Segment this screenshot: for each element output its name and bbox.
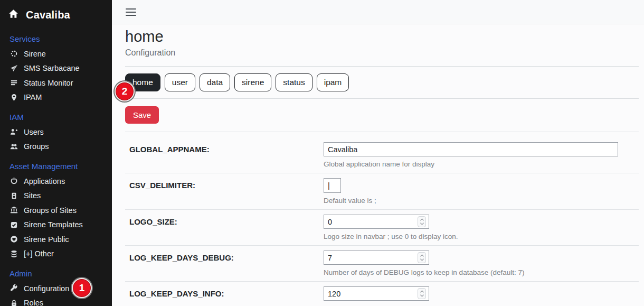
divider	[125, 66, 639, 67]
field-help: Global application name for display	[324, 160, 639, 168]
users-icon	[10, 142, 18, 151]
log-keep-days-info-stepper[interactable]	[324, 286, 429, 301]
sidebar-item-label: Sirene Public	[24, 235, 69, 244]
field-label: GLOBAL_APPNAME:	[129, 142, 324, 154]
badge-icon	[10, 191, 18, 200]
sidebar-item-label: IPAM	[24, 93, 42, 101]
wrench-icon	[10, 284, 18, 293]
home-icon	[8, 9, 18, 21]
spinner-buttons[interactable]	[418, 216, 426, 227]
log-keep-days-info-input[interactable]	[324, 290, 418, 298]
paper-plane-icon	[10, 64, 18, 72]
location-pin-icon	[10, 93, 18, 101]
form-row-log-keep-days-info: LOG_KEEP_DAYS_INFO: Number of days of IN…	[125, 281, 639, 306]
sidebar-item-label: Status Monitor	[24, 79, 73, 87]
tab-user[interactable]: user	[165, 73, 195, 91]
sidebar-item-sites[interactable]: Sites	[10, 189, 108, 203]
tab-status[interactable]: status	[276, 73, 312, 91]
config-form: GLOBAL_APPNAME: Global application name …	[125, 132, 639, 306]
sidebar-item-sirene[interactable]: Sirene	[10, 47, 108, 61]
sidebar-item-label: Users	[24, 128, 44, 136]
lock-icon	[10, 299, 18, 306]
log-keep-days-debug-stepper[interactable]	[324, 251, 429, 265]
sidebar-item-configuration[interactable]: Configuration	[10, 281, 108, 296]
section-header-asset-management: Asset Management	[10, 162, 108, 171]
form-row-csv-delimiter: CSV_DELIMITER: Default value is ;	[125, 173, 639, 209]
sidebar-item-sms-sarbacane[interactable]: SMS Sarbacane	[10, 61, 108, 76]
sidebar-item-status-monitor[interactable]: Status Monitor	[10, 76, 108, 90]
sidebar-item-label: Groups of Sites	[24, 206, 77, 215]
sidebar: Cavaliba Services Sirene SMS Sarbacane S…	[0, 0, 112, 306]
sidebar-item-applications[interactable]: Applications	[10, 174, 108, 189]
sidebar-item-label: Configuration	[24, 284, 69, 293]
database-icon	[10, 249, 18, 258]
sidebar-item-roles[interactable]: Roles	[10, 296, 108, 306]
sidebar-item-ipam[interactable]: IPAM	[10, 90, 108, 105]
csv-delimiter-input[interactable]	[324, 178, 341, 193]
annotation-marker-2: 2	[115, 81, 135, 101]
field-label: CSV_DELIMITER:	[129, 178, 324, 190]
sidebar-item-label: Sirene	[24, 50, 46, 58]
field-help: Default value is ;	[324, 197, 639, 205]
sidebar-item-label: Sirene Templates	[24, 220, 83, 229]
tab-data[interactable]: data	[200, 73, 230, 91]
gear-icon	[10, 50, 18, 58]
save-button[interactable]: Save	[125, 106, 159, 124]
spinner-buttons[interactable]	[418, 252, 426, 263]
main-area: home Configuration home user data sirene…	[112, 0, 644, 306]
sidebar-nav: Services Sirene SMS Sarbacane Status Mon…	[0, 34, 112, 306]
tab-bar: home user data sirene status ipam	[125, 73, 639, 91]
sidebar-item-label: SMS Sarbacane	[24, 64, 80, 72]
log-keep-days-debug-input[interactable]	[324, 254, 418, 262]
field-label: LOG_KEEP_DAYS_DEBUG:	[129, 251, 324, 262]
sidebar-item-label: Groups	[24, 142, 49, 151]
brand-name: Cavaliba	[26, 9, 70, 21]
page-subtitle: Configuration	[125, 48, 639, 58]
logo-size-input[interactable]	[324, 218, 418, 226]
tab-sirene[interactable]: sirene	[234, 73, 271, 91]
sidebar-item-label: Roles	[24, 299, 43, 306]
menu-toggle-icon[interactable]	[126, 7, 136, 17]
sidebar-item-groups-of-sites[interactable]: Groups of Sites	[10, 203, 108, 218]
sidebar-item-groups[interactable]: Groups	[10, 140, 108, 154]
field-label: LOGO_SIZE:	[129, 215, 324, 226]
topbar	[112, 0, 644, 24]
annotation-marker-1: 1	[72, 278, 92, 298]
power-icon	[10, 177, 18, 186]
spinner-buttons[interactable]	[418, 288, 426, 299]
sidebar-item-other[interactable]: [+] Other	[10, 247, 108, 262]
content: home Configuration home user data sirene…	[112, 24, 644, 306]
form-row-logo-size: LOGO_SIZE: Logo size in navbar ; use 0 t…	[125, 209, 639, 245]
sidebar-item-users[interactable]: Users	[10, 125, 108, 140]
form-row-log-keep-days-debug: LOG_KEEP_DAYS_DEBUG: Number of days of D…	[125, 245, 639, 281]
field-help: Logo size in navbar ; use 0 to display i…	[324, 233, 639, 240]
section-header-services: Services	[10, 34, 108, 43]
global-appname-input[interactable]	[324, 142, 618, 156]
sidebar-item-label: Applications	[24, 177, 65, 186]
user-plus-icon	[10, 128, 18, 136]
section-header-admin: Admin	[10, 269, 108, 278]
brand[interactable]: Cavaliba	[0, 3, 112, 26]
field-help: Number of days of DEBUG logs to keep in …	[324, 268, 639, 276]
bank-icon	[10, 206, 18, 215]
page-title: home	[125, 28, 639, 45]
sidebar-item-label: [+] Other	[24, 249, 54, 258]
tab-ipam[interactable]: ipam	[317, 73, 349, 91]
sidebar-item-sirene-public[interactable]: Sirene Public	[10, 232, 108, 247]
sidebar-item-sirene-templates[interactable]: Sirene Templates	[10, 218, 108, 233]
heart-circle-icon	[10, 235, 18, 244]
sidebar-item-label: Sites	[24, 191, 41, 200]
logo-size-stepper[interactable]	[324, 215, 429, 229]
divider	[125, 98, 639, 99]
field-label: LOG_KEEP_DAYS_INFO:	[129, 286, 324, 298]
bars-icon	[10, 79, 18, 87]
form-row-global-appname: GLOBAL_APPNAME: Global application name …	[125, 132, 639, 173]
check-square-icon	[10, 220, 18, 229]
section-header-iam: IAM	[10, 113, 108, 122]
